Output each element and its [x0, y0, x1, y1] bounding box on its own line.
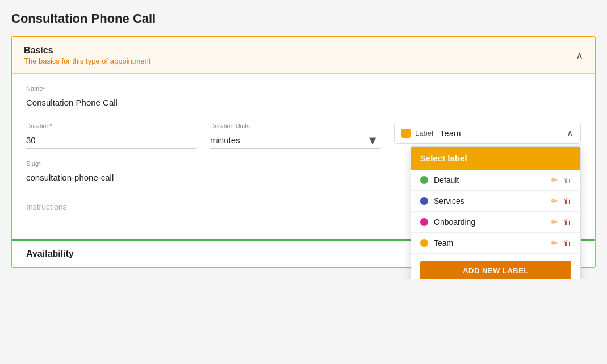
label-name-onboarding: Onboarding — [434, 217, 551, 227]
duration-input[interactable] — [26, 132, 196, 149]
label-actions-onboarding: ✏ 🗑 — [551, 217, 571, 227]
label-name-team: Team — [434, 239, 551, 248]
label-name-default: Default — [434, 175, 551, 185]
label-actions-services: ✏ 🗑 — [551, 196, 571, 206]
basics-header-text: Basics The basics for this type of appoi… — [24, 45, 150, 65]
basics-subtitle: The basics for this type of appointment — [24, 57, 150, 65]
label-item-services[interactable]: Services ✏ 🗑 — [411, 191, 580, 212]
duration-label: Duration* — [26, 123, 196, 129]
label-actions-team: ✏ 🗑 — [551, 239, 571, 248]
edit-onboarding-icon[interactable]: ✏ — [551, 217, 558, 227]
label-selected-value: Team — [440, 128, 461, 138]
basics-title: Basics — [24, 45, 150, 56]
label-dropdown-header: Select label — [411, 147, 580, 170]
edit-default-icon[interactable]: ✏ — [551, 175, 558, 185]
duration-row: Duration* Duration Units minutes hours ▼ — [26, 123, 581, 160]
label-field-inner: Label Team — [401, 128, 461, 138]
label-text-static: Label — [415, 129, 433, 137]
label-item-team[interactable]: Team ✏ 🗑 — [411, 233, 580, 254]
label-chevron-icon: ∧ — [567, 128, 573, 139]
main-card: Basics The basics for this type of appoi… — [11, 36, 596, 268]
edit-team-icon[interactable]: ✏ — [551, 239, 558, 248]
basics-section-body: Name* Duration* Duration Units minutes h… — [12, 74, 595, 239]
label-select-box[interactable]: Label Team ∧ — [394, 123, 581, 144]
duration-units-label: Duration Units — [210, 123, 380, 129]
instructions-placeholder: Instructions — [26, 202, 67, 211]
duration-units-field: Duration Units minutes hours ▼ — [210, 123, 380, 149]
delete-default-icon[interactable]: 🗑 — [563, 175, 571, 185]
label-field: Label Team ∧ Select label Default ✏ 🗑 — [394, 123, 581, 144]
duration-units-select[interactable]: minutes hours — [210, 132, 380, 149]
add-new-label-button[interactable]: ADD NEW LABEL — [420, 261, 571, 279]
label-name-services: Services — [434, 196, 551, 206]
page-title: Consultation Phone Call — [11, 11, 596, 26]
duration-field: Duration* — [26, 123, 196, 149]
delete-services-icon[interactable]: 🗑 — [563, 196, 571, 206]
name-label: Name* — [26, 85, 581, 92]
basics-collapse-icon[interactable]: ∧ — [576, 49, 583, 62]
label-dropdown-panel: Select label Default ✏ 🗑 Services — [411, 146, 581, 279]
label-dot-team — [420, 239, 428, 247]
label-item-default[interactable]: Default ✏ 🗑 — [411, 170, 580, 191]
duration-units-select-wrapper: minutes hours ▼ — [210, 132, 380, 149]
availability-title: Availability — [26, 249, 74, 258]
name-input[interactable] — [26, 94, 581, 111]
label-dot-onboarding — [420, 218, 428, 226]
label-color-dot — [401, 129, 411, 138]
label-dot-default — [420, 176, 428, 184]
label-actions-default: ✏ 🗑 — [551, 175, 571, 185]
edit-services-icon[interactable]: ✏ — [551, 196, 558, 206]
delete-onboarding-icon[interactable]: 🗑 — [563, 217, 571, 227]
delete-team-icon[interactable]: 🗑 — [563, 239, 571, 248]
basics-section-header: Basics The basics for this type of appoi… — [12, 37, 595, 74]
name-field: Name* — [26, 85, 581, 111]
label-dot-services — [420, 197, 428, 205]
label-item-onboarding[interactable]: Onboarding ✏ 🗑 — [411, 212, 580, 233]
